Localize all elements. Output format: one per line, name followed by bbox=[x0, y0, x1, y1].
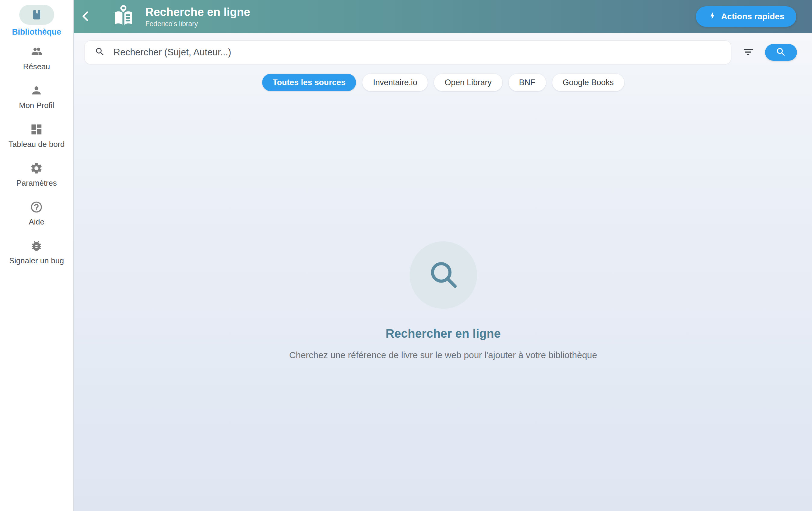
source-filter-chips: Toutes les sources Inventaire.io Open Li… bbox=[74, 74, 812, 91]
chip-label: Google Books bbox=[563, 78, 614, 87]
search-icon bbox=[95, 47, 105, 58]
active-item-pill bbox=[19, 5, 54, 25]
search-input[interactable] bbox=[113, 47, 722, 58]
bug-icon bbox=[30, 239, 43, 253]
bolt-icon bbox=[708, 11, 717, 22]
filter-button[interactable] bbox=[738, 43, 758, 62]
search-row bbox=[84, 40, 797, 64]
page-header: Recherche en ligne Federico's library Ac… bbox=[74, 0, 812, 33]
app-root: Bibliothèque Réseau Mon Profil Tableau d… bbox=[0, 0, 812, 511]
sidebar: Bibliothèque Réseau Mon Profil Tableau d… bbox=[0, 0, 74, 511]
sidebar-item-label: Bibliothèque bbox=[12, 27, 61, 36]
sidebar-item-aide[interactable]: Aide bbox=[29, 200, 44, 226]
source-chip-inventaire-io[interactable]: Inventaire.io bbox=[362, 74, 428, 91]
gear-icon bbox=[30, 162, 43, 175]
sidebar-item-mon-profil[interactable]: Mon Profil bbox=[19, 84, 54, 110]
empty-state-subtitle: Cherchez une référence de livre sur le w… bbox=[289, 350, 597, 361]
person-icon bbox=[30, 84, 43, 97]
sidebar-item-bibliotheque[interactable]: Bibliothèque bbox=[12, 5, 61, 36]
dashboard-icon bbox=[30, 123, 43, 136]
sidebar-item-label: Réseau bbox=[23, 62, 50, 71]
help-icon bbox=[30, 200, 43, 214]
book-icon bbox=[30, 8, 44, 21]
source-chip-bnf[interactable]: BNF bbox=[509, 74, 546, 91]
source-chip-toutes-les-sources[interactable]: Toutes les sources bbox=[262, 74, 356, 91]
sidebar-item-label: Aide bbox=[29, 217, 44, 226]
page-title: Recherche en ligne bbox=[145, 5, 250, 19]
main-content: Toutes les sources Inventaire.io Open Li… bbox=[74, 33, 812, 511]
sidebar-item-label: Signaler un bug bbox=[9, 256, 64, 265]
sidebar-item-label: Paramètres bbox=[16, 178, 57, 188]
quick-actions-label: Actions rapides bbox=[721, 12, 784, 21]
sidebar-item-label: Tableau de bord bbox=[8, 140, 64, 149]
search-icon bbox=[776, 47, 786, 58]
empty-state-title: Rechercher en ligne bbox=[385, 326, 500, 341]
book-bulb-logo-icon bbox=[110, 3, 137, 30]
chevron-left-icon bbox=[80, 10, 92, 23]
source-chip-google-books[interactable]: Google Books bbox=[552, 74, 625, 91]
people-icon bbox=[30, 45, 44, 58]
source-chip-open-library[interactable]: Open Library bbox=[434, 74, 502, 91]
search-illustration bbox=[410, 242, 477, 309]
search-submit-button[interactable] bbox=[765, 44, 797, 61]
chip-label: Inventaire.io bbox=[373, 78, 417, 87]
back-button[interactable] bbox=[79, 7, 93, 26]
search-input-wrapper bbox=[84, 40, 731, 64]
sidebar-item-tableau-de-bord[interactable]: Tableau de bord bbox=[8, 123, 64, 149]
sidebar-item-signaler-un-bug[interactable]: Signaler un bug bbox=[9, 239, 64, 265]
sidebar-item-reseau[interactable]: Réseau bbox=[23, 45, 50, 71]
empty-state: Rechercher en ligne Cherchez une référen… bbox=[74, 242, 812, 361]
quick-actions-button[interactable]: Actions rapides bbox=[696, 6, 796, 27]
sidebar-item-parametres[interactable]: Paramètres bbox=[16, 162, 57, 188]
header-titles: Recherche en ligne Federico's library bbox=[145, 5, 250, 28]
filter-icon bbox=[742, 46, 754, 59]
search-icon bbox=[426, 257, 461, 293]
library-subtitle: Federico's library bbox=[145, 20, 250, 28]
chip-label: Open Library bbox=[444, 78, 491, 87]
sidebar-item-label: Mon Profil bbox=[19, 101, 54, 110]
chip-label: BNF bbox=[519, 78, 535, 87]
chip-label: Toutes les sources bbox=[273, 78, 346, 87]
